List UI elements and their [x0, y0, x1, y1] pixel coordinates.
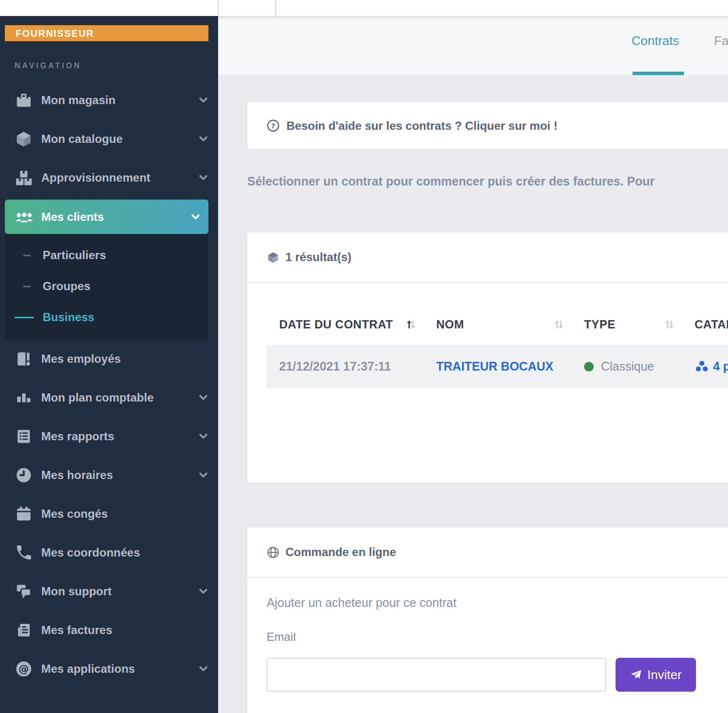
chevron-down-icon [199, 171, 207, 180]
add-buyer-text: Ajouter un acheteur pour ce contrat [267, 595, 713, 610]
dash-icon [23, 286, 31, 287]
sidebar-item-label: Approvisionnement [41, 171, 200, 185]
sidebar-item-label: Mes clients [41, 210, 192, 224]
column-header-date[interactable]: DATE DU CONTRAT [279, 318, 436, 331]
main-header: Contrats Factures [218, 16, 728, 75]
sidebar-item-mes-factures[interactable]: Mes factures [0, 611, 218, 650]
table-row[interactable]: 21/12/2021 17:37:11 TRAITEUR BOCAUX Clas… [267, 345, 728, 388]
contracts-table: DATE DU CONTRAT NOM TYPE CATALOGUE [247, 310, 728, 388]
boxes-icon [15, 169, 37, 187]
sidebar-item-label: Mes horaires [41, 468, 200, 482]
top-strip-divider [275, 0, 276, 16]
sidebar: FOURNISSEUR NAVIGATION Mon magasin Mon c… [0, 16, 218, 713]
briefcase-icon [15, 91, 37, 109]
address-book-icon [15, 350, 37, 368]
status-dot-icon [584, 362, 594, 372]
phone-icon [15, 543, 37, 562]
results-count: 1 résultat(s) [285, 250, 351, 264]
sidebar-menu: Mon magasin Mon catalogue Approvisionnem… [0, 81, 218, 688]
sidebar-item-label: Mon plan comptable [41, 391, 200, 404]
nav-section-label: NAVIGATION [15, 62, 218, 70]
tab-factures[interactable]: Factures [714, 33, 728, 48]
submenu-item-label: Groupes [43, 279, 91, 293]
clock-icon [15, 466, 37, 484]
globe-icon [267, 546, 280, 559]
order-card-title: Commande en ligne [285, 545, 396, 559]
sidebar-item-label: Mes factures [41, 623, 206, 637]
order-card-header: Commande en ligne [247, 527, 728, 577]
contract-type-cell: Classique [584, 359, 695, 373]
contract-name-link[interactable]: TRAITEUR BOCAUX [436, 359, 584, 373]
sidebar-item-mes-conges[interactable]: Mes congés [0, 495, 218, 533]
results-card: 1 résultat(s) DATE DU CONTRAT NOM TYPE [247, 232, 728, 483]
chevron-down-icon [199, 469, 207, 478]
invoice-icon [15, 621, 37, 639]
content-area: ? Besoin d'aide sur les contrats ? Cliqu… [218, 75, 728, 713]
invite-button[interactable]: Inviter [616, 658, 696, 692]
chevron-down-icon [199, 663, 207, 671]
sidebar-item-mes-horaires[interactable]: Mes horaires [0, 456, 218, 495]
sort-icon[interactable] [553, 318, 565, 331]
list-icon [15, 427, 37, 446]
top-strip [0, 0, 728, 16]
svg-text:?: ? [271, 122, 275, 130]
help-banner-text: Besoin d'aide sur les contrats ? Cliquer… [286, 119, 557, 133]
order-card-body: Ajouter un acheteur pour ce contrat Emai… [247, 578, 728, 692]
submenu-item-particuliers[interactable]: Particuliers [5, 240, 208, 271]
column-header-catalogue[interactable]: CATALOGUE [695, 318, 728, 331]
active-tab-underline [633, 72, 684, 75]
paper-plane-icon [630, 669, 642, 681]
calendar-icon [15, 505, 37, 523]
sidebar-item-label: Mes rapports [41, 430, 200, 443]
contract-date-cell: 21/12/2021 17:37:11 [279, 359, 436, 373]
sidebar-item-mes-rapports[interactable]: Mes rapports [0, 417, 218, 456]
sidebar-item-label: Mes congés [41, 507, 206, 521]
sidebar-item-mon-catalogue[interactable]: Mon catalogue [0, 120, 218, 158]
email-form-row: Inviter [267, 658, 713, 692]
top-strip-divider [218, 0, 219, 16]
table-header-row: DATE DU CONTRAT NOM TYPE CATALOGUE [267, 310, 728, 339]
sidebar-item-mes-employes[interactable]: Mes employés [0, 340, 218, 378]
chevron-down-icon [199, 430, 207, 439]
comments-icon [15, 582, 37, 601]
column-header-type[interactable]: TYPE [584, 318, 695, 331]
chevron-down-icon [199, 391, 207, 400]
sidebar-item-mes-coordonnees[interactable]: Mes coordonnées [0, 533, 218, 572]
submenu-item-label: Business [43, 310, 95, 324]
sidebar-item-mon-plan-comptable[interactable]: Mon plan comptable [0, 378, 218, 417]
submenu-item-business[interactable]: Business [5, 302, 208, 333]
sidebar-item-label: Mon magasin [41, 93, 200, 107]
dash-icon [23, 255, 31, 256]
email-input[interactable] [267, 658, 606, 692]
svg-text:@: @ [18, 663, 29, 675]
sidebar-item-mes-applications[interactable]: @ Mes applications [0, 650, 218, 688]
cube-icon [15, 130, 37, 148]
supplier-badge: FOURNISSEUR [5, 25, 208, 41]
cube-icon [267, 251, 280, 264]
divider [247, 282, 728, 283]
tab-contrats[interactable]: Contrats [632, 33, 679, 48]
users-icon [15, 208, 37, 226]
help-banner[interactable]: ? Besoin d'aide sur les contrats ? Cliqu… [247, 102, 728, 149]
instruction-text: Sélectionner un contrat pour commencer p… [247, 174, 728, 188]
sidebar-item-label: Mon catalogue [41, 132, 200, 146]
online-order-card: Commande en ligne Ajouter un acheteur po… [247, 527, 728, 713]
cubes-icon [695, 359, 709, 374]
sidebar-item-mon-magasin[interactable]: Mon magasin [0, 81, 218, 120]
submenu-item-groupes[interactable]: Groupes [5, 271, 208, 302]
email-label: Email [267, 631, 713, 643]
sidebar-item-approvisionnement[interactable]: Approvisionnement [0, 158, 218, 197]
column-header-nom[interactable]: NOM [436, 318, 584, 331]
sidebar-item-mon-support[interactable]: Mon support [0, 572, 218, 611]
chevron-down-icon [199, 133, 207, 141]
chevron-down-icon [191, 211, 200, 219]
submenu-item-label: Particuliers [43, 248, 106, 262]
contract-catalogue-cell[interactable]: 4 produits [695, 359, 728, 374]
results-card-header: 1 résultat(s) [247, 232, 728, 282]
sidebar-item-mes-clients[interactable]: Mes clients [5, 200, 208, 234]
sort-icon[interactable] [405, 318, 417, 331]
at-icon: @ [15, 660, 37, 678]
sort-icon[interactable] [664, 318, 675, 331]
sidebar-item-label: Mes employés [41, 352, 206, 366]
main-area: Contrats Factures ? Besoin d'aide sur le… [218, 16, 728, 713]
